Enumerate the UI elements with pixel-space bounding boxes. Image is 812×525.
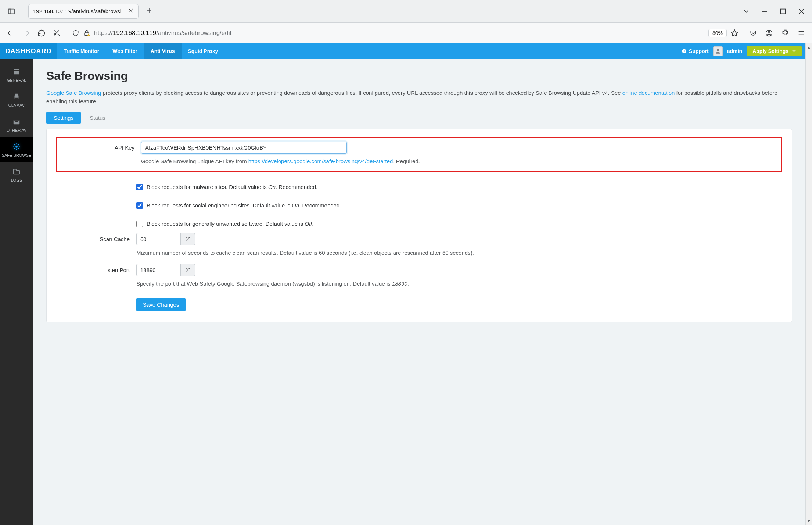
zoom-badge[interactable]: 80% [708, 29, 727, 37]
checkbox-unwanted[interactable] [136, 221, 143, 227]
lock-warning-icon[interactable] [83, 29, 90, 37]
app-sidebar: GENERAL CLAMAV OTHER AV SAFE BROWSE LOGS [0, 59, 33, 525]
svg-rect-25 [15, 98, 19, 99]
extensions-icon[interactable] [781, 29, 789, 37]
link-google-safe-browsing[interactable]: Google Safe Browsing [46, 90, 101, 96]
tab-status[interactable]: Status [82, 112, 113, 124]
browser-tab[interactable]: 192.168.10.119/antivirus/safebrowsi [28, 4, 139, 19]
svg-point-26 [15, 146, 18, 148]
sidebar-toggle-icon[interactable] [7, 7, 16, 16]
tab-title: 192.168.10.119/antivirus/safebrowsi [33, 8, 121, 14]
svg-point-33 [14, 148, 15, 149]
tab-close-icon[interactable] [128, 8, 134, 15]
url-text: https://192.168.10.119/antivirus/safebro… [94, 29, 231, 37]
checkbox-malware-label: Block requests for malware sites. Defaul… [147, 184, 317, 190]
svg-marker-15 [731, 29, 738, 36]
link-online-documentation[interactable]: online documentation [622, 90, 675, 96]
svg-point-17 [768, 31, 770, 33]
sidebar-item-general[interactable]: GENERAL [0, 63, 33, 88]
checkbox-social-label: Block requests for social engineering si… [147, 202, 341, 208]
tab-settings[interactable]: Settings [46, 112, 81, 124]
page-title: Safe Browsing [46, 69, 792, 83]
checkbox-unwanted-label: Block requests for generally unwanted so… [147, 221, 313, 227]
nav-reload-icon[interactable] [37, 29, 46, 37]
svg-point-29 [13, 146, 14, 147]
shield-icon[interactable] [72, 29, 79, 37]
svg-point-30 [19, 146, 20, 147]
nav-back-icon[interactable] [7, 29, 15, 37]
nav-squid-proxy[interactable]: Squid Proxy [182, 43, 225, 59]
content-tabs: Settings Status [46, 112, 792, 124]
api-key-help: Google Safe Browsing unique API key from… [141, 158, 777, 164]
svg-point-31 [14, 144, 15, 145]
svg-point-28 [16, 149, 17, 150]
listen-port-reset-button[interactable] [180, 264, 195, 276]
app-topbar: DASHBOARD Traffic Monitor Web Filter Ant… [0, 43, 805, 59]
save-changes-button[interactable]: Save Changes [136, 298, 186, 311]
sidebar-item-other-av[interactable]: OTHER AV [0, 113, 33, 138]
username-label[interactable]: admin [727, 48, 742, 54]
nav-forward-icon[interactable] [22, 29, 30, 37]
page-scrollbar[interactable]: ▲ ▼ [805, 43, 812, 525]
support-link[interactable]: i Support [682, 48, 709, 54]
address-bar[interactable]: https://192.168.10.119/antivirus/safebro… [68, 29, 742, 37]
sidebar-item-logs[interactable]: LOGS [0, 162, 33, 188]
checkbox-social[interactable] [136, 202, 143, 209]
svg-rect-7 [781, 9, 786, 14]
brand-logo[interactable]: DASHBOARD [0, 43, 57, 59]
user-avatar-icon[interactable] [713, 46, 723, 56]
browser-chrome: 192.168.10.119/antivirus/safebrowsi [0, 0, 812, 43]
scroll-up-icon[interactable]: ▲ [807, 45, 811, 50]
api-key-input[interactable] [141, 142, 347, 154]
window-minimize-icon[interactable] [761, 7, 769, 15]
pocket-icon[interactable] [750, 29, 757, 37]
nav-traffic-monitor[interactable]: Traffic Monitor [57, 43, 106, 59]
scroll-down-icon[interactable]: ▼ [807, 518, 811, 524]
svg-text:i: i [684, 50, 685, 53]
browser-tab-strip: 192.168.10.119/antivirus/safebrowsi [0, 0, 812, 23]
nav-tools-icon[interactable] [53, 29, 61, 37]
listen-port-input[interactable] [136, 264, 180, 276]
sidebar-item-clamav[interactable]: CLAMAV [0, 88, 33, 113]
svg-marker-24 [792, 50, 796, 52]
svg-rect-0 [8, 9, 15, 14]
scan-cache-input[interactable] [136, 233, 180, 245]
window-maximize-icon[interactable] [779, 7, 787, 15]
main-content: Safe Browsing Google Safe Browsing prote… [33, 59, 805, 525]
nav-web-filter[interactable]: Web Filter [106, 43, 144, 59]
scan-cache-reset-button[interactable] [180, 233, 195, 245]
account-icon[interactable] [765, 29, 773, 37]
new-tab-button[interactable] [143, 7, 155, 16]
listen-port-label: Listen Port [56, 264, 130, 273]
window-close-icon[interactable] [797, 7, 805, 15]
svg-marker-14 [87, 33, 90, 36]
scan-cache-help: Maximum number of seconds to cache clean… [136, 250, 782, 256]
listen-port-help: Specify the port that Web Safety Google … [136, 281, 782, 287]
svg-point-34 [18, 148, 19, 149]
api-key-highlight: API Key Google Safe Browsing unique API … [56, 137, 782, 172]
apply-settings-button[interactable]: Apply Settings [747, 46, 802, 56]
checkbox-malware[interactable] [136, 184, 143, 190]
app-menu-icon[interactable] [797, 29, 805, 37]
bookmark-star-icon[interactable] [730, 29, 739, 37]
browser-nav-row: https://192.168.10.119/antivirus/safebro… [0, 23, 812, 43]
link-api-docs[interactable]: https://developers.google.com/safe-brows… [248, 158, 393, 164]
svg-rect-1 [8, 9, 11, 14]
tab-dropdown-icon[interactable] [742, 7, 750, 15]
scan-cache-label: Scan Cache [56, 233, 130, 242]
svg-point-27 [16, 143, 17, 144]
page-intro: Google Safe Browsing protects proxy clie… [46, 89, 792, 106]
svg-point-23 [717, 49, 719, 51]
settings-panel: API Key Google Safe Browsing unique API … [46, 129, 792, 322]
svg-point-32 [18, 144, 19, 145]
api-key-label: API Key [61, 142, 134, 151]
nav-anti-virus[interactable]: Anti Virus [144, 43, 182, 59]
sidebar-item-safe-browse[interactable]: SAFE BROWSE [0, 138, 33, 162]
